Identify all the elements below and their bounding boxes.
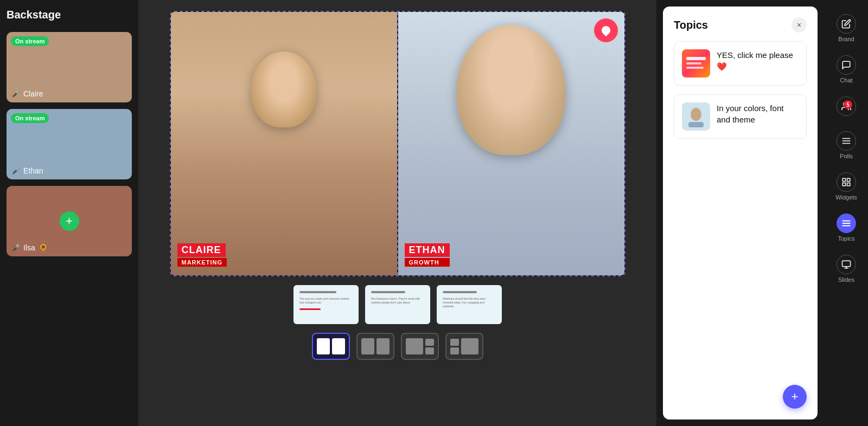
participant-name-ethan: 🎤 Ethan (12, 166, 43, 175)
mic-icon-ethan: 🎤 (12, 167, 20, 175)
nav-item-brand[interactable]: Brand (827, 9, 865, 48)
topic-card-1[interactable]: YES, click me please ❤️ (674, 41, 807, 86)
nav-label-chat: Chat (840, 77, 852, 83)
participant-card-ilsa[interactable]: + 🎤 Ilsa 🌻 (7, 186, 132, 256)
topic-text-2: In your colors, font and theme (717, 102, 799, 125)
ilsa-emoji: 🌻 (39, 243, 48, 252)
video-stage: CLAIRE MARKETING ETHAN GROWTH (170, 11, 626, 276)
on-stream-badge-claire: On stream (11, 36, 49, 46)
layout-main-left[interactable] (401, 333, 439, 360)
claire-video (171, 12, 397, 275)
svg-rect-1 (686, 57, 706, 60)
nav-item-participants[interactable]: 5 (827, 91, 865, 124)
claire-role-label: MARKETING (177, 258, 227, 267)
svg-rect-18 (843, 261, 851, 267)
nav-label-brand: Brand (838, 36, 854, 42)
widgets-icon (837, 172, 856, 192)
slides-strip: The way we create and consume content ha… (293, 285, 502, 324)
topic-thumb-1 (682, 49, 710, 78)
svg-rect-14 (847, 183, 850, 186)
left-sidebar: Backstage On stream 🎤 Claire On stream 🎤… (0, 0, 138, 426)
claire-lower-third: CLAIRE MARKETING (177, 243, 227, 267)
nav-label-widgets: Widgets (835, 194, 857, 201)
svg-rect-11 (843, 178, 845, 181)
claire-name-label: CLAIRE (177, 243, 226, 257)
topic-text-1: YES, click me please ❤️ (717, 49, 799, 72)
add-topic-button[interactable]: + (783, 385, 807, 409)
panel-area: Topics × (656, 0, 825, 426)
main-area: CLAIRE MARKETING ETHAN GROWTH The way we… (138, 0, 656, 426)
nav-item-widgets[interactable]: Widgets (827, 167, 865, 206)
topics-header: Topics × (674, 17, 807, 33)
add-to-stream-button-ilsa[interactable]: + (60, 211, 79, 231)
slide-thumb-2[interactable]: But Substance hasn't. They're stuck with… (365, 285, 430, 324)
topics-icon (837, 214, 856, 233)
nav-item-slides[interactable]: Slides (827, 249, 865, 288)
slide-thumb-1[interactable]: The way we create and consume content ha… (293, 285, 359, 324)
topics-close-button[interactable]: × (792, 17, 807, 33)
nav-item-chat[interactable]: Chat (827, 50, 865, 89)
svg-rect-12 (847, 178, 850, 181)
layout-two-pip[interactable] (356, 333, 394, 360)
ethan-video (398, 12, 624, 275)
participants-badge: 5 (844, 100, 852, 109)
participant-card-ethan[interactable]: On stream 🎤 Ethan (7, 109, 132, 179)
polls-icon (837, 131, 856, 151)
nav-label-slides: Slides (838, 276, 854, 283)
video-pane-claire: CLAIRE MARKETING (171, 12, 397, 275)
live-indicator (594, 18, 618, 42)
mic-icon-claire: 🎤 (12, 90, 20, 98)
slide-thumb-3[interactable]: Webinars should feel like they were inve… (437, 285, 502, 324)
ethan-lower-third: ETHAN GROWTH (405, 243, 450, 267)
topic-card-2[interactable]: In your colors, font and theme (674, 94, 807, 139)
layout-main-right[interactable] (445, 333, 483, 360)
nav-item-topics[interactable]: Topics (827, 208, 865, 247)
participant-name-ilsa: 🎤 Ilsa 🌻 (12, 243, 48, 252)
svg-rect-3 (686, 67, 704, 69)
svg-point-5 (691, 108, 701, 121)
participant-name-claire: 🎤 Claire (12, 89, 43, 98)
slides-icon (837, 255, 856, 274)
sidebar-title: Backstage (7, 9, 132, 21)
topic-thumb-2 (682, 102, 710, 131)
right-sidebar: Brand Chat 5 (825, 0, 868, 426)
chat-icon (837, 55, 856, 75)
video-pane-ethan: ETHAN GROWTH (397, 12, 624, 275)
on-stream-badge-ethan: On stream (11, 113, 49, 123)
layout-two-equal[interactable] (312, 333, 350, 360)
nav-label-polls: Polls (840, 153, 853, 159)
mic-icon-ilsa: 🎤 (12, 244, 20, 251)
svg-rect-13 (843, 183, 845, 186)
participants-icon: 5 (837, 96, 856, 116)
layout-picker (312, 333, 483, 360)
nav-label-topics: Topics (838, 235, 854, 242)
ethan-name-label: ETHAN (405, 243, 450, 257)
brand-icon (837, 14, 856, 34)
participant-card-claire[interactable]: On stream 🎤 Claire (7, 32, 132, 102)
topics-panel: Topics × (663, 7, 818, 419)
ethan-role-label: GROWTH (405, 258, 450, 267)
nav-item-polls[interactable]: Polls (827, 126, 865, 165)
topics-panel-title: Topics (674, 19, 708, 31)
svg-rect-2 (686, 62, 701, 64)
svg-rect-6 (688, 122, 704, 127)
